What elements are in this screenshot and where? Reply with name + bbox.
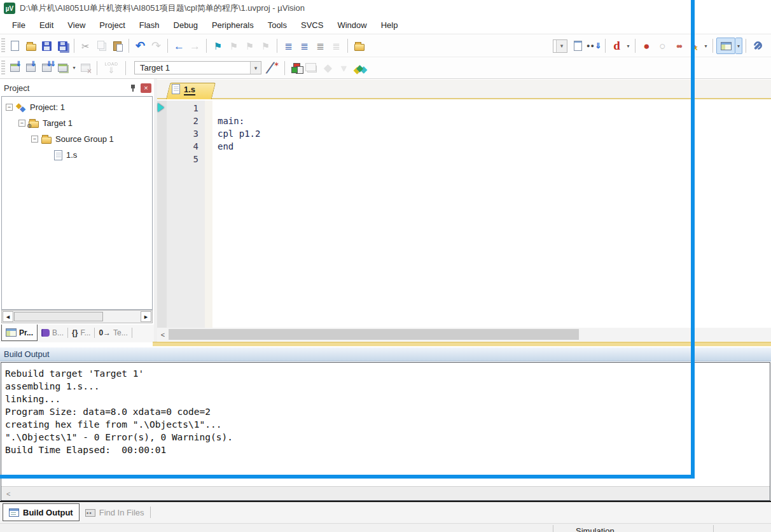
tree-item-source-group[interactable]: − Source Group 1 [2, 131, 152, 147]
collapse-expander-icon[interactable]: − [31, 136, 38, 143]
tab-label: Te... [113, 328, 128, 337]
enable-disable-breakpoint-button[interactable]: ○ [655, 38, 670, 54]
insert-breakpoint-button[interactable]: ● [639, 38, 655, 54]
copy-button[interactable] [94, 38, 109, 54]
kill-all-breakpoints-button[interactable]: ●× [686, 38, 702, 54]
batch-build-icon [58, 64, 67, 72]
save-button[interactable] [39, 38, 55, 54]
toolbar-separator [128, 39, 129, 53]
tree-item-project[interactable]: − Project: 1 [2, 99, 152, 115]
new-file-button[interactable] [7, 38, 23, 54]
build-output-hscrollbar[interactable]: < [1, 486, 770, 500]
uncomment-button[interactable]: ≣ [328, 38, 344, 54]
tab-books[interactable]: B... [38, 325, 67, 341]
uvision-window: µV D:\单片机\AI8051U单片机资料\AI8051项目题\cpl简单的程… [0, 0, 771, 532]
incremental-find-button[interactable]: ●●⇓ [586, 38, 602, 54]
translate-button[interactable]: ⇓ [7, 60, 23, 76]
disable-all-breakpoints-button[interactable]: ●● [670, 38, 686, 54]
stop-build-button[interactable]: × [78, 60, 94, 76]
collapse-expander-icon[interactable]: − [18, 120, 25, 127]
comment-button[interactable]: ≣ [312, 38, 328, 54]
tab-project[interactable]: Pr... [1, 325, 38, 341]
unindent-button[interactable]: ≣ [296, 38, 312, 54]
collapse-expander-icon[interactable]: − [6, 104, 13, 111]
scroll-left-button[interactable]: < [157, 331, 169, 339]
indent-button[interactable]: ≣ [281, 38, 296, 54]
manage-multi-project-button[interactable] [304, 60, 320, 76]
tab-find-in-files[interactable]: Find In Files [80, 503, 150, 521]
menu-peripherals[interactable]: Peripherals [205, 18, 261, 32]
download-button[interactable]: LOAD ⇓ [101, 60, 122, 76]
save-all-button[interactable] [55, 38, 71, 54]
menu-help[interactable]: Help [374, 18, 405, 32]
menu-flash[interactable]: Flash [132, 18, 167, 32]
file-filter-button[interactable]: ▼ [336, 60, 352, 76]
window-layout-dropdown[interactable]: ▾ [735, 38, 742, 54]
tree-item-file[interactable]: 1.s [2, 147, 152, 163]
next-bookmark-button[interactable]: ⚑ [242, 38, 258, 54]
menu-window[interactable]: Window [330, 18, 373, 32]
scrollbar-thumb[interactable] [14, 312, 103, 321]
open-file-button[interactable] [23, 38, 39, 54]
cut-button[interactable]: ✂ [78, 38, 94, 54]
search-combobox[interactable]: ▾ [553, 39, 567, 53]
project-tab-icon [6, 328, 17, 337]
save-icon [42, 41, 52, 51]
code-editor[interactable]: main: cpl p1.2 end [212, 101, 771, 328]
tree-item-target[interactable]: − Target 1 [2, 115, 152, 131]
current-window-layout-button[interactable] [716, 38, 735, 54]
navigate-forward-button[interactable]: → [187, 38, 203, 54]
editor-gutter[interactable] [157, 101, 167, 328]
toolbar-separator [167, 39, 168, 53]
clear-bookmarks-button[interactable]: ⚑ [258, 38, 274, 54]
menu-file[interactable]: File [5, 18, 32, 32]
manage-components-button[interactable]: ◆ [320, 60, 336, 76]
menu-debug[interactable]: Debug [167, 18, 205, 32]
tree-item-label: 1.s [66, 150, 77, 160]
document-tab-content[interactable]: 1.s [172, 84, 195, 94]
toggle-bookmark-button[interactable]: ⚑ [210, 38, 226, 54]
tab-functions[interactable]: {} F... [68, 325, 94, 341]
prev-bookmark-button[interactable]: ⚑ [226, 38, 242, 54]
menu-tools[interactable]: Tools [261, 18, 294, 32]
find-in-document-button[interactable] [570, 38, 586, 54]
scroll-left-button[interactable]: ◄ [3, 311, 13, 322]
batch-build-dropdown[interactable]: ▾ [71, 60, 78, 76]
manage-project-items-button[interactable] [288, 60, 304, 76]
build-output-tab-icon [9, 508, 19, 517]
status-bar: Simulation [0, 523, 771, 532]
rebuild-button[interactable]: ⇓⇓ [39, 60, 55, 76]
target-select[interactable]: Target 1 ▾ [134, 61, 261, 74]
toolbar-grip[interactable] [1, 60, 5, 76]
bookmark-column[interactable] [205, 101, 212, 328]
menu-svcs[interactable]: SVCS [294, 18, 330, 32]
redo-button[interactable]: ↷ [148, 38, 164, 54]
menu-edit[interactable]: Edit [32, 18, 60, 32]
manage-runtime-environment-button[interactable]: ◆ [352, 60, 368, 76]
start-debug-button[interactable]: d [609, 38, 625, 54]
debug-dropdown[interactable]: ▾ [625, 38, 632, 54]
menu-view[interactable]: View [60, 18, 92, 32]
menu-project[interactable]: Project [92, 18, 132, 32]
scrollbar-thumb[interactable] [169, 329, 579, 340]
paste-button[interactable] [109, 38, 125, 54]
tab-templates[interactable]: 0→ Te... [95, 325, 131, 341]
find-in-files-tab-icon [85, 509, 95, 517]
toolbar-grip[interactable] [1, 38, 5, 53]
find-in-files-button[interactable] [351, 38, 367, 54]
close-panel-button[interactable]: × [141, 83, 151, 93]
project-panel-hscrollbar[interactable]: ◄ ► [1, 310, 153, 323]
batch-build-button[interactable] [55, 60, 71, 76]
navigate-back-button[interactable]: ← [171, 38, 187, 54]
scroll-right-button[interactable]: ► [141, 311, 151, 322]
undo-button[interactable]: ↶ [132, 38, 148, 54]
configure-button[interactable] [749, 38, 765, 54]
breakpoints-dropdown[interactable]: ▾ [702, 38, 709, 54]
scroll-left-button[interactable]: < [6, 490, 10, 498]
pin-icon[interactable] [130, 84, 137, 92]
tab-build-output[interactable]: Build Output [3, 503, 80, 521]
options-for-target-button[interactable]: ╱ ∗ [265, 60, 281, 76]
editor-hscrollbar[interactable]: < [157, 328, 771, 341]
build-output-window[interactable]: Rebuild target 'Target 1' assembling 1.s… [1, 362, 770, 501]
build-button[interactable]: ⇓ [23, 60, 39, 76]
